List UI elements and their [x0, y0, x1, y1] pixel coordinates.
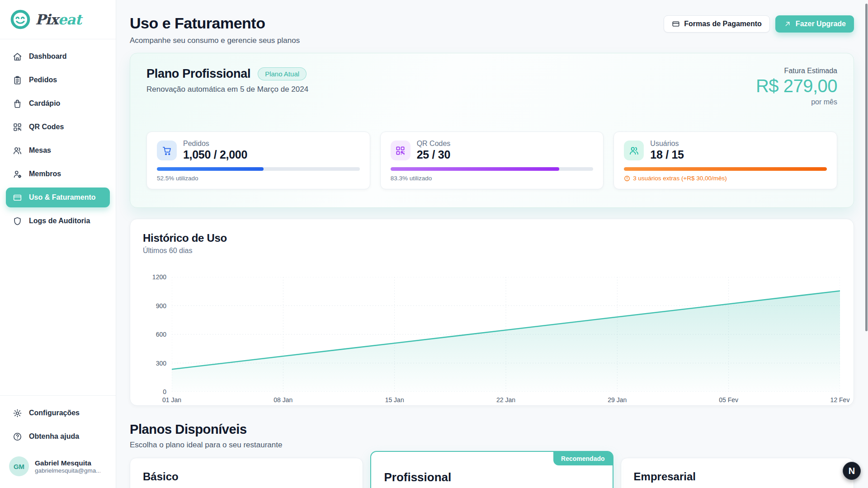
usage-metrics: Pedidos 1,050 / 2,000 52.5% utilizado QR…: [146, 131, 837, 189]
clipboard-icon: [13, 75, 22, 85]
plan-name: Plano Profissional: [146, 67, 250, 81]
sidebar-item-pedidos[interactable]: Pedidos: [6, 70, 110, 90]
help-icon: [13, 432, 22, 441]
pixeat-logo-icon: [10, 9, 31, 30]
x-axis-tick: 12 Fev: [830, 396, 850, 404]
user-profile[interactable]: GM Gabriel Mesquita gabrielmesquita@gma.…: [0, 450, 116, 488]
invoice-label: Fatura Estimada: [756, 67, 837, 75]
chart-subtitle: Últimos 60 dias: [143, 247, 840, 255]
invoice-amount: R$ 279,00: [756, 76, 837, 96]
usage-note: 83.3% utilizado: [391, 175, 594, 182]
invoice-period: por mês: [756, 98, 837, 106]
x-axis-tick: 15 Jan: [385, 396, 404, 404]
usage-card-pedidos: Pedidos 1,050 / 2,000 52.5% utilizado: [146, 131, 370, 189]
usage-progress-fill: [391, 167, 560, 171]
sidebar: Pixeat Dashboard Pedidos Cardápio QR Cod…: [0, 0, 116, 488]
usage-history-card: Histórico de Uso Últimos 60 dias 0300600…: [130, 219, 854, 406]
sidebar-item-cardapio[interactable]: Cardápio: [6, 94, 110, 113]
sidebar-item-obtenha-ajuda[interactable]: Obtenha ajuda: [6, 427, 110, 446]
usage-card-usuarios: Usuários 18 / 15 3 usuários extras (+R$ …: [613, 131, 837, 189]
x-axis-tick: 08 Jan: [274, 396, 292, 404]
usage-history-chart: 0300600900120001 Jan08 Jan15 Jan22 Jan29…: [172, 277, 840, 392]
usage-progress-fill: [157, 167, 264, 171]
shield-icon: [13, 216, 22, 226]
plans-section-title: Planos Disponíveis: [130, 422, 854, 437]
current-plan-badge: Plano Atual: [258, 67, 307, 80]
sidebar-nav: Dashboard Pedidos Cardápio QR Codes Mesa…: [0, 39, 116, 235]
plans-section-subtitle: Escolha o plano ideal para o seu restaur…: [130, 441, 854, 450]
payment-methods-button[interactable]: Formas de Pagamento: [664, 15, 770, 33]
plan-option-name: Básico: [143, 470, 350, 483]
app-name: Pixeat: [35, 11, 81, 28]
x-axis-tick: 22 Jan: [496, 396, 515, 404]
usage-card-qr-codes: QR Codes 25 / 30 83.3% utilizado: [380, 131, 604, 189]
user-email: gabrielmesquita@gma...: [35, 467, 100, 474]
sidebar-item-uso-faturamento[interactable]: Uso & Faturamento: [6, 188, 110, 207]
upgrade-button[interactable]: Fazer Upgrade: [775, 15, 854, 33]
sidebar-item-configuracoes[interactable]: Configurações: [6, 403, 110, 423]
usage-progress-track: [624, 167, 827, 171]
user-gear-icon: [13, 169, 22, 179]
recommended-badge: Recomendado: [553, 452, 612, 465]
available-plans-section: Planos Disponíveis Escolha o plano ideal…: [130, 422, 854, 488]
y-axis-tick: 600: [156, 331, 166, 338]
users-icon: [13, 146, 22, 155]
alert-circle-icon: [624, 175, 630, 182]
home-icon: [13, 52, 22, 61]
page-scrollbar[interactable]: [865, 4, 868, 331]
usage-progress-track: [157, 167, 360, 171]
x-axis-tick: 29 Jan: [608, 396, 627, 404]
usage-label: QR Codes: [417, 140, 451, 148]
y-axis-tick: 900: [156, 302, 166, 310]
usage-progress-track: [391, 167, 594, 171]
x-axis-tick: 01 Jan: [162, 396, 181, 404]
page-subtitle: Acompanhe seu consumo e gerencie seus pl…: [130, 36, 300, 45]
sidebar-footer-nav: Configurações Obtenha ajuda: [0, 395, 116, 450]
plan-option-profissional[interactable]: Recomendado Profissional: [370, 451, 613, 488]
plan-option-name: Empresarial: [634, 470, 841, 483]
y-axis-tick: 0: [163, 388, 166, 395]
credit-card-icon: [13, 193, 22, 202]
current-plan-card: Plano Profissional Plano Atual Renovação…: [130, 53, 854, 208]
usage-label: Pedidos: [183, 140, 247, 148]
x-axis-tick: 05 Fev: [719, 396, 738, 404]
sidebar-item-mesas[interactable]: Mesas: [6, 141, 110, 160]
plan-options: Básico Recomendado Profissional Empresar…: [130, 458, 854, 488]
credit-card-icon: [672, 20, 680, 28]
users-icon: [624, 141, 644, 160]
chart-title: Histórico de Uso: [143, 232, 840, 244]
usage-value: 18 / 15: [650, 148, 684, 161]
usage-value: 25 / 30: [417, 148, 451, 161]
qr-icon: [13, 122, 22, 132]
y-axis-tick: 300: [156, 360, 166, 367]
gear-icon: [13, 408, 22, 418]
usage-note: 3 usuários extras (+R$ 30,00/mês): [624, 175, 827, 182]
qr-icon: [391, 141, 410, 160]
app-logo[interactable]: Pixeat: [0, 0, 116, 39]
y-axis-tick: 1200: [152, 273, 166, 281]
sidebar-item-membros[interactable]: Membros: [6, 164, 110, 184]
usage-progress-fill: [624, 167, 827, 171]
plan-option-basico[interactable]: Básico: [130, 458, 363, 488]
page-title: Uso e Faturamento: [130, 14, 300, 32]
usage-note: 52.5% utilizado: [157, 175, 360, 182]
sidebar-item-logs-de-auditoria[interactable]: Logs de Auditoria: [6, 211, 110, 231]
usage-label: Usuários: [650, 140, 684, 148]
arrow-up-right-icon: [783, 20, 792, 28]
plan-renewal-info: Renovação automática em 5 de Março de 20…: [146, 85, 308, 94]
cart-icon: [157, 141, 177, 160]
sidebar-item-dashboard[interactable]: Dashboard: [6, 47, 110, 66]
plan-option-empresarial[interactable]: Empresarial: [621, 458, 854, 488]
sidebar-item-qr-codes[interactable]: QR Codes: [6, 117, 110, 137]
bag-icon: [13, 99, 22, 108]
user-name: Gabriel Mesquita: [35, 459, 100, 467]
main-content: Uso e Faturamento Acompanhe seu consumo …: [116, 0, 868, 488]
dev-tools-badge[interactable]: N: [843, 462, 861, 480]
avatar: GM: [9, 456, 29, 476]
usage-value: 1,050 / 2,000: [183, 148, 247, 161]
plan-option-name: Profissional: [384, 470, 599, 484]
